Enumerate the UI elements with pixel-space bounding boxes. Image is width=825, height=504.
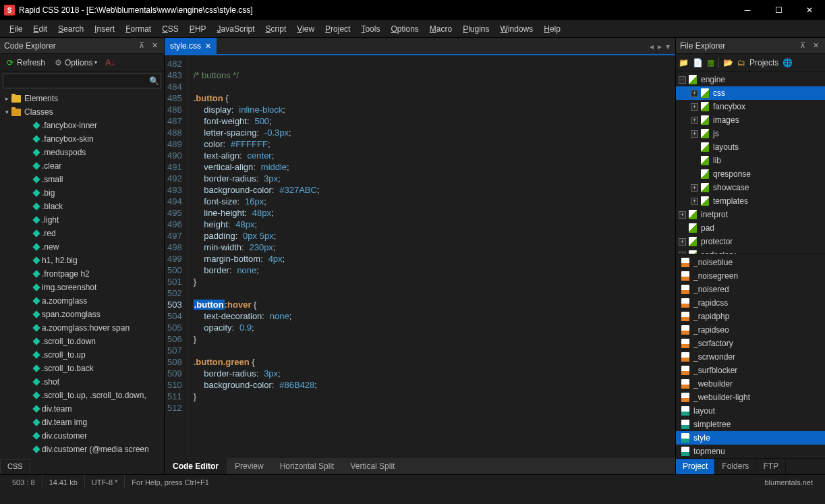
folder-item[interactable]: +showcase xyxy=(676,181,825,194)
fe-tab-folders[interactable]: Folders xyxy=(715,459,756,474)
folder-item[interactable]: +scrfactory xyxy=(676,248,825,254)
tree-item[interactable]: .small xyxy=(0,173,164,186)
tree-item[interactable]: .scroll_to.up xyxy=(0,348,164,362)
close-button[interactable]: ✕ xyxy=(794,0,825,20)
file-explorer-files[interactable]: _noiseblue_noisegreen_noisered_rapidcss_… xyxy=(676,254,825,458)
fe-tab-project[interactable]: Project xyxy=(676,459,715,474)
file-item[interactable]: _noiseblue xyxy=(676,256,825,269)
pin-icon[interactable]: ⊼ xyxy=(136,40,147,51)
pin-icon[interactable]: ⊼ xyxy=(797,40,808,51)
tree-item[interactable]: a.zoomglass xyxy=(0,294,164,308)
code-editor[interactable]: /* buttons */ .button { display: inline-… xyxy=(188,55,675,457)
tree-item[interactable]: .scroll_to.up, .scroll_to.down, xyxy=(0,389,164,402)
code-explorer-search-input[interactable] xyxy=(3,74,161,88)
menu-help[interactable]: Help xyxy=(538,22,566,36)
menu-windows[interactable]: Windows xyxy=(495,22,539,36)
file-item[interactable]: _rapidseo xyxy=(676,323,825,337)
menu-format[interactable]: Format xyxy=(120,22,157,36)
menu-view[interactable]: View xyxy=(291,22,320,36)
tab-close-icon[interactable]: ✕ xyxy=(205,42,211,51)
open-folder-icon[interactable]: 📂 xyxy=(723,58,733,67)
minimize-button[interactable]: ─ xyxy=(732,0,763,20)
menu-file[interactable]: File xyxy=(4,22,28,36)
tree-item[interactable]: .red xyxy=(0,227,164,240)
tree-item[interactable]: div.customer xyxy=(0,429,164,443)
panel-close-icon[interactable]: ✕ xyxy=(810,40,821,51)
projects-label[interactable]: Projects xyxy=(749,58,778,67)
tree-item[interactable]: ▸Elements xyxy=(0,92,164,105)
folder-item[interactable]: +js xyxy=(676,127,825,140)
file-item[interactable]: topmenu xyxy=(676,445,825,458)
menu-project[interactable]: Project xyxy=(320,22,355,36)
file-item[interactable]: layout xyxy=(676,404,825,418)
file-item[interactable]: _noisered xyxy=(676,283,825,296)
menu-script[interactable]: Script xyxy=(260,22,292,36)
tree-item[interactable]: .big xyxy=(0,186,164,200)
menu-javascript[interactable]: JavaScript xyxy=(212,22,260,36)
file-item[interactable]: _rapidphp xyxy=(676,310,825,323)
tree-item[interactable]: .light xyxy=(0,213,164,227)
tree-item[interactable]: a.zoomglass:hover span xyxy=(0,321,164,335)
fe-tab-ftp[interactable]: FTP xyxy=(756,459,786,474)
menu-options[interactable]: Options xyxy=(385,22,424,36)
tree-item[interactable]: div.team img xyxy=(0,416,164,429)
file-item[interactable]: style xyxy=(676,431,825,445)
tree-item[interactable]: .new xyxy=(0,240,164,254)
folder-item[interactable]: +inetprot xyxy=(676,208,825,221)
tree-item[interactable]: img.screenshot xyxy=(0,281,164,294)
menu-tools[interactable]: Tools xyxy=(355,22,385,36)
file-tab[interactable]: style.css ✕ xyxy=(165,38,217,54)
tree-item[interactable]: span.zoomglass xyxy=(0,308,164,321)
tree-item[interactable]: .scroll_to.down xyxy=(0,335,164,348)
tree-item[interactable]: .shot xyxy=(0,375,164,389)
tree-item[interactable]: .clear xyxy=(0,159,164,173)
tree-item[interactable]: .frontpage h2 xyxy=(0,267,164,281)
folder-tree-icon[interactable]: 🗂 xyxy=(737,58,745,67)
folder-item[interactable]: -engine xyxy=(676,73,825,86)
globe-icon[interactable]: 🌐 xyxy=(783,58,793,67)
menu-search[interactable]: Search xyxy=(53,22,89,36)
tree-item[interactable]: .black xyxy=(0,200,164,213)
menu-php[interactable]: PHP xyxy=(184,22,212,36)
file-item[interactable]: _scrfactory xyxy=(676,337,825,350)
sort-button[interactable]: A↓ xyxy=(103,57,117,69)
file-item[interactable]: _rapidcss xyxy=(676,296,825,310)
menu-plugins[interactable]: Plugins xyxy=(457,22,494,36)
tab-next-icon[interactable]: ▸ xyxy=(658,42,662,51)
bottom-tab-preview[interactable]: Preview xyxy=(227,458,272,474)
bottom-tab-horizontal-split[interactable]: Horizontal Split xyxy=(272,458,343,474)
tree-item[interactable]: .fancybox-skin xyxy=(0,132,164,146)
file-item[interactable]: _scrwonder xyxy=(676,350,825,364)
folder-item[interactable]: +protector xyxy=(676,235,825,248)
new-file-icon[interactable]: 📄 xyxy=(693,58,703,67)
tree-item[interactable]: .fancybox-inner xyxy=(0,119,164,132)
file-item[interactable]: _noisegreen xyxy=(676,269,825,283)
folder-item[interactable]: lib xyxy=(676,154,825,167)
folder-item[interactable]: layouts xyxy=(676,140,825,154)
tab-menu-icon[interactable]: ▾ xyxy=(666,42,670,51)
file-explorer-folders[interactable]: -engine+css+fancybox+images+jslayoutslib… xyxy=(676,72,825,254)
file-item[interactable]: simpletree xyxy=(676,418,825,431)
menu-css[interactable]: CSS xyxy=(157,22,184,36)
tree-item[interactable]: .scroll_to.back xyxy=(0,362,164,375)
css-tab[interactable]: CSS xyxy=(0,459,30,474)
maximize-button[interactable]: ☐ xyxy=(763,0,794,20)
folder-item[interactable]: +templates xyxy=(676,194,825,208)
tree-item[interactable]: div.customer (@media screen xyxy=(0,443,164,456)
tree-item[interactable]: div.team xyxy=(0,402,164,416)
status-encoding[interactable]: UTF-8 * xyxy=(85,475,125,489)
search-icon[interactable]: 🔍 xyxy=(146,74,161,88)
tree-item[interactable]: .meduspods xyxy=(0,146,164,159)
folder-item[interactable]: +fancybox xyxy=(676,100,825,113)
folder-item[interactable]: +images xyxy=(676,113,825,127)
new-folder-icon[interactable]: 📁 xyxy=(679,58,689,67)
grid-icon[interactable]: ▦ xyxy=(707,58,714,67)
tab-prev-icon[interactable]: ◂ xyxy=(650,42,654,51)
folder-item[interactable]: pad xyxy=(676,221,825,235)
file-item[interactable]: _surfblocker xyxy=(676,364,825,377)
folder-item[interactable]: +css xyxy=(676,86,825,100)
tree-item[interactable]: h1, h2.big xyxy=(0,254,164,267)
options-button[interactable]: ⚙Options▾ xyxy=(51,57,100,69)
file-item[interactable]: _webuilder-light xyxy=(676,391,825,404)
file-item[interactable]: _webuilder xyxy=(676,377,825,391)
